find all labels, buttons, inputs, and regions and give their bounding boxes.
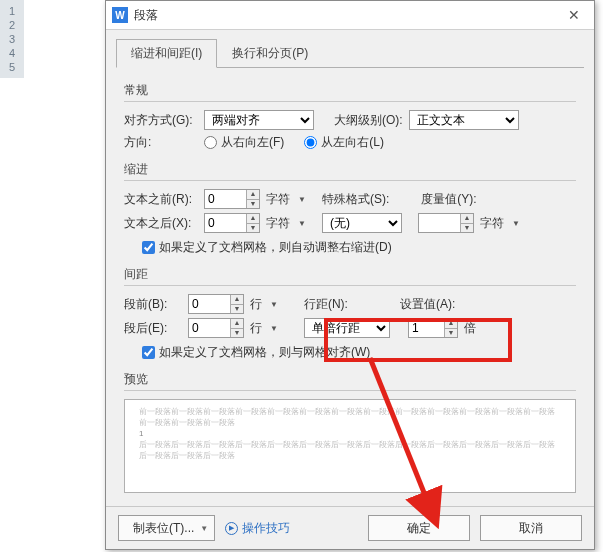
divider — [124, 101, 576, 102]
spin-up-icon[interactable]: ▲ — [246, 190, 259, 200]
chevron-down-icon[interactable]: ▼ — [298, 219, 306, 228]
divider — [124, 390, 576, 391]
play-icon: ▶ — [225, 522, 238, 535]
line-number: 4 — [0, 46, 24, 60]
tabstops-button[interactable]: 制表位(T)...▼ — [118, 515, 215, 541]
snap-to-grid-checkbox[interactable] — [142, 346, 155, 359]
line-spacing-label: 行距(N): — [304, 296, 348, 313]
spin-down-icon[interactable]: ▼ — [230, 329, 243, 338]
unit-char: 字符 — [266, 215, 290, 232]
chevron-down-icon[interactable]: ▼ — [298, 195, 306, 204]
indent-before-spinner[interactable]: ▲▼ — [204, 189, 260, 209]
spin-down-icon[interactable]: ▼ — [230, 305, 243, 314]
space-after-spinner[interactable]: ▲▼ — [188, 318, 244, 338]
divider — [124, 285, 576, 286]
spin-up-icon[interactable]: ▲ — [460, 214, 473, 224]
unit-line: 行 — [250, 296, 262, 313]
indent-before-label: 文本之前(R): — [124, 191, 198, 208]
line-number: 3 — [0, 32, 24, 46]
section-preview-header: 预览 — [124, 371, 576, 388]
tab-label: 缩进和间距(I) — [131, 46, 202, 60]
section-spacing-header: 间距 — [124, 266, 576, 283]
preview-sample-text: 前一段落前一段落前一段落前一段落前一段落前一段落前一段落前一段落前一段落前一段落… — [139, 406, 561, 428]
setvalue-spinner[interactable]: ▲▼ — [408, 318, 458, 338]
direction-label: 方向: — [124, 134, 198, 151]
dialog-title: 段落 — [134, 7, 554, 24]
space-after-label: 段后(E): — [124, 320, 182, 337]
indent-after-spinner[interactable]: ▲▼ — [204, 213, 260, 233]
tab-indent-spacing[interactable]: 缩进和间距(I) — [116, 39, 217, 68]
paragraph-dialog: W 段落 ✕ 缩进和间距(I) 换行和分页(P) 常规 对齐方式(G): 两端对… — [105, 0, 595, 550]
section-general-header: 常规 — [124, 82, 576, 99]
preview-sample-text: 1 — [139, 428, 561, 439]
button-label: 取消 — [519, 520, 543, 537]
radio-label: 从右向左(F) — [221, 134, 284, 151]
app-icon: W — [112, 7, 128, 23]
unit-bei: 倍 — [464, 320, 476, 337]
special-format-select[interactable]: (无) — [322, 213, 402, 233]
preview-sample-text: 后一段落后一段落后一段落后一段落后一段落后一段落后一段落后一段落后一段落后一段落… — [139, 439, 561, 461]
unit-char: 字符 — [480, 215, 504, 232]
tab-pagebreak[interactable]: 换行和分页(P) — [217, 39, 323, 68]
align-label: 对齐方式(G): — [124, 112, 198, 129]
setvalue-label: 设置值(A): — [400, 296, 455, 313]
radio-label: 从左向右(L) — [321, 134, 384, 151]
spin-down-icon[interactable]: ▼ — [460, 224, 473, 233]
line-number: 5 — [0, 60, 24, 74]
direction-rtl-radio[interactable]: 从右向左(F) — [204, 134, 284, 151]
checkbox-label: 如果定义了文档网格，则与网格对齐(W) — [159, 344, 370, 361]
dialog-footer: 制表位(T)...▼ ▶操作技巧 确定 取消 — [106, 506, 594, 549]
gutter-line-numbers: 1 2 3 4 5 — [0, 0, 24, 78]
line-number: 1 — [0, 4, 24, 18]
spin-up-icon[interactable]: ▲ — [230, 319, 243, 329]
align-select[interactable]: 两端对齐 — [204, 110, 314, 130]
measure-label: 度量值(Y): — [421, 191, 476, 208]
chevron-down-icon[interactable]: ▼ — [270, 324, 278, 333]
titlebar[interactable]: W 段落 ✕ — [106, 1, 594, 30]
spin-up-icon[interactable]: ▲ — [444, 319, 457, 329]
ok-button[interactable]: 确定 — [368, 515, 470, 541]
chevron-down-icon: ▼ — [200, 524, 208, 533]
line-spacing-select[interactable]: 单倍行距 — [304, 318, 390, 338]
line-number: 2 — [0, 18, 24, 32]
outline-label: 大纲级别(O): — [334, 112, 403, 129]
indent-after-label: 文本之后(X): — [124, 215, 198, 232]
spin-down-icon[interactable]: ▼ — [246, 200, 259, 209]
unit-char: 字符 — [266, 191, 290, 208]
preview-box: 前一段落前一段落前一段落前一段落前一段落前一段落前一段落前一段落前一段落前一段落… — [124, 399, 576, 493]
tab-label: 换行和分页(P) — [232, 46, 308, 60]
space-before-label: 段前(B): — [124, 296, 182, 313]
cancel-button[interactable]: 取消 — [480, 515, 582, 541]
auto-adjust-right-indent-checkbox[interactable] — [142, 241, 155, 254]
space-before-spinner[interactable]: ▲▼ — [188, 294, 244, 314]
spin-up-icon[interactable]: ▲ — [246, 214, 259, 224]
link-label: 操作技巧 — [242, 520, 290, 537]
special-format-label: 特殊格式(S): — [322, 191, 389, 208]
spin-down-icon[interactable]: ▼ — [246, 224, 259, 233]
spin-up-icon[interactable]: ▲ — [230, 295, 243, 305]
chevron-down-icon[interactable]: ▼ — [270, 300, 278, 309]
tips-link[interactable]: ▶操作技巧 — [225, 520, 290, 537]
close-button[interactable]: ✕ — [554, 1, 594, 29]
divider — [124, 180, 576, 181]
unit-line: 行 — [250, 320, 262, 337]
checkbox-label: 如果定义了文档网格，则自动调整右缩进(D) — [159, 239, 392, 256]
tab-strip: 缩进和间距(I) 换行和分页(P) — [116, 38, 584, 68]
section-indent-header: 缩进 — [124, 161, 576, 178]
direction-ltr-radio[interactable]: 从左向右(L) — [304, 134, 384, 151]
button-label: 制表位(T)... — [133, 520, 194, 537]
outline-select[interactable]: 正文文本 — [409, 110, 519, 130]
measure-spinner[interactable]: ▲▼ — [418, 213, 474, 233]
chevron-down-icon[interactable]: ▼ — [512, 219, 520, 228]
button-label: 确定 — [407, 520, 431, 537]
spin-down-icon[interactable]: ▼ — [444, 329, 457, 338]
